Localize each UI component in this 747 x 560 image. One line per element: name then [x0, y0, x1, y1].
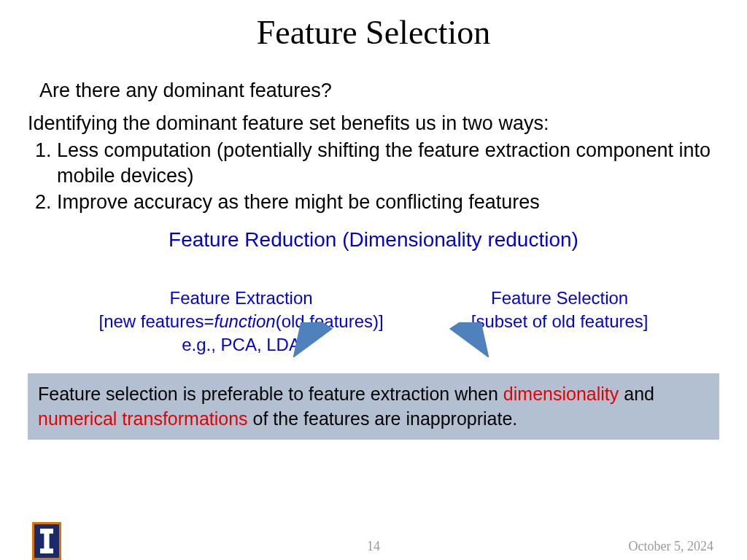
text: [new features=	[98, 311, 214, 331]
highlight-text: dimensionality	[503, 384, 619, 404]
list-item: Improve accuracy as there might be confl…	[57, 190, 719, 215]
benefit-list: Less computation (potentially shifting t…	[57, 138, 719, 215]
illinois-logo-icon	[32, 522, 61, 560]
branch-line: Feature Selection	[471, 287, 649, 310]
slide: Feature Selection Are there any dominant…	[0, 13, 747, 560]
footer-date: October 5, 2024	[629, 539, 713, 554]
page-number: 14	[367, 539, 380, 554]
note-text: Feature selection is preferable to featu…	[38, 384, 503, 404]
branches-row: Feature Extraction [new features=functio…	[0, 287, 747, 357]
note-box: Feature selection is preferable to featu…	[28, 373, 719, 440]
branch-line: [new features=function(old features)]	[98, 310, 383, 333]
note-text: of the features are inappropriate.	[248, 408, 518, 429]
branch-extraction: Feature Extraction [new features=functio…	[98, 287, 383, 357]
note-text: and	[619, 384, 654, 404]
intro-text: Identifying the dominant feature set ben…	[28, 112, 719, 135]
text: (old features)]	[276, 311, 384, 331]
slide-title: Feature Selection	[0, 13, 747, 52]
branch-selection: Feature Selection [subset of old feature…	[471, 287, 649, 357]
function-italic: function	[214, 311, 276, 331]
list-item: Less computation (potentially shifting t…	[57, 138, 719, 188]
highlight-text: numerical transformations	[38, 408, 248, 429]
branch-line: Feature Extraction	[98, 287, 383, 310]
branch-line: [subset of old features]	[471, 310, 649, 333]
logo-letter-i	[40, 529, 53, 553]
question-text: Are there any dominant features?	[39, 79, 747, 102]
reduction-heading: Feature Reduction (Dimensionality reduct…	[0, 228, 747, 252]
branch-line: e.g., PCA, LDA	[98, 333, 383, 357]
